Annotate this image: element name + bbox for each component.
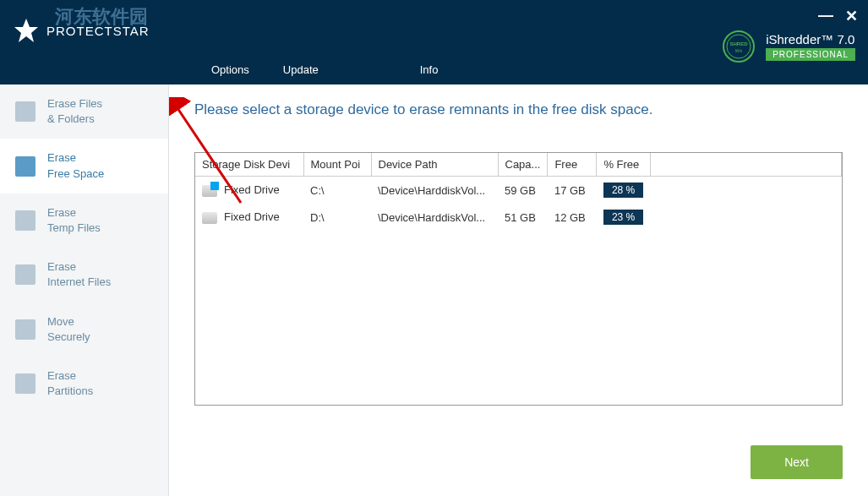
col-pct-free[interactable]: % Free bbox=[597, 153, 651, 177]
sidebar-item-internet-files[interactable]: Erase Internet Files bbox=[0, 248, 168, 302]
sidebar-item-label: Erase Free Space bbox=[47, 150, 104, 181]
svg-point-1 bbox=[723, 31, 754, 62]
sidebar-item-erase-files[interactable]: Erase Files & Folders bbox=[0, 84, 168, 139]
sidebar-item-temp-files[interactable]: Erase Temp Files bbox=[0, 193, 168, 248]
device-table: Storage Disk Devi Mount Poi Device Path … bbox=[194, 152, 843, 406]
sidebar-item-label: Move Securely bbox=[47, 314, 90, 345]
col-path[interactable]: Device Path bbox=[371, 153, 498, 177]
sidebar-item-free-space[interactable]: Erase Free Space bbox=[0, 139, 168, 193]
shred-badge-icon: SHRED Win bbox=[722, 30, 756, 63]
svg-text:Win: Win bbox=[735, 48, 743, 53]
col-spacer bbox=[651, 153, 842, 177]
protectstar-logo-icon bbox=[13, 17, 40, 44]
menu-info[interactable]: Info bbox=[403, 57, 456, 84]
close-button[interactable]: ✕ bbox=[845, 7, 858, 25]
drive-icon bbox=[202, 212, 217, 224]
sidebar-item-label: Erase Partitions bbox=[47, 368, 93, 399]
cell-path: \Device\HarddiskVol... bbox=[371, 204, 498, 231]
table-header-row: Storage Disk Devi Mount Poi Device Path … bbox=[195, 153, 842, 177]
col-mount[interactable]: Mount Poi bbox=[303, 153, 371, 177]
internet-files-icon bbox=[15, 264, 35, 285]
product-name: iShredder™ 7.0 bbox=[766, 32, 855, 46]
page-instruction: Please select a storage device to erase … bbox=[194, 101, 843, 118]
move-icon bbox=[15, 319, 35, 340]
product-badge-area: SHRED Win iShredder™ 7.0 PROFESSIONAL bbox=[722, 30, 855, 63]
svg-text:SHRED: SHRED bbox=[730, 41, 749, 46]
product-tier: PROFESSIONAL bbox=[766, 48, 855, 61]
drive-icon bbox=[202, 185, 217, 197]
table-row[interactable]: Fixed Drive C:\ \Device\HarddiskVol... 5… bbox=[195, 177, 842, 204]
col-device[interactable]: Storage Disk Devi bbox=[195, 153, 303, 177]
col-capacity[interactable]: Capa... bbox=[498, 153, 548, 177]
brand-name: PROTECTSTAR bbox=[46, 24, 150, 38]
sidebar-item-partitions[interactable]: Erase Partitions bbox=[0, 357, 168, 411]
pct-badge: 23 % bbox=[603, 210, 643, 225]
pct-badge: 28 % bbox=[603, 183, 643, 198]
sidebar-item-label: Erase Temp Files bbox=[47, 205, 101, 236]
menu-options[interactable]: Options bbox=[194, 57, 266, 84]
files-icon bbox=[15, 101, 35, 122]
partitions-icon bbox=[15, 373, 35, 394]
cell-capacity: 59 GB bbox=[498, 177, 548, 204]
cell-free: 17 GB bbox=[548, 177, 597, 204]
sidebar: Erase Files & Folders Erase Free Space E… bbox=[0, 84, 169, 496]
cell-device: Fixed Drive bbox=[224, 210, 280, 223]
product-info: iShredder™ 7.0 PROFESSIONAL bbox=[766, 32, 855, 61]
main-panel: Please select a storage device to erase … bbox=[169, 84, 868, 496]
minimize-button[interactable]: — bbox=[818, 7, 833, 25]
cell-mount: D:\ bbox=[303, 204, 371, 231]
content-area: Erase Files & Folders Erase Free Space E… bbox=[0, 84, 868, 496]
cell-device: Fixed Drive bbox=[224, 183, 280, 196]
next-button[interactable]: Next bbox=[751, 445, 843, 479]
cell-path: \Device\HarddiskVol... bbox=[371, 177, 498, 204]
free-space-icon bbox=[15, 156, 35, 177]
sidebar-item-label: Erase Internet Files bbox=[47, 259, 111, 290]
logo-area: PROTECTSTAR bbox=[0, 0, 169, 61]
app-header: PROTECTSTAR 河东软件园 Options Update Info SH… bbox=[0, 0, 868, 84]
cell-free: 12 GB bbox=[548, 204, 597, 231]
cell-capacity: 51 GB bbox=[498, 204, 548, 231]
svg-point-2 bbox=[727, 35, 751, 58]
temp-files-icon bbox=[15, 210, 35, 231]
cell-mount: C:\ bbox=[303, 177, 371, 204]
svg-marker-0 bbox=[14, 19, 38, 42]
col-free[interactable]: Free bbox=[548, 153, 597, 177]
sidebar-item-label: Erase Files & Folders bbox=[47, 96, 102, 127]
sidebar-item-move-securely[interactable]: Move Securely bbox=[0, 303, 168, 357]
menu-update[interactable]: Update bbox=[266, 57, 336, 84]
table-row[interactable]: Fixed Drive D:\ \Device\HarddiskVol... 5… bbox=[195, 204, 842, 231]
window-controls: — ✕ bbox=[818, 7, 858, 25]
